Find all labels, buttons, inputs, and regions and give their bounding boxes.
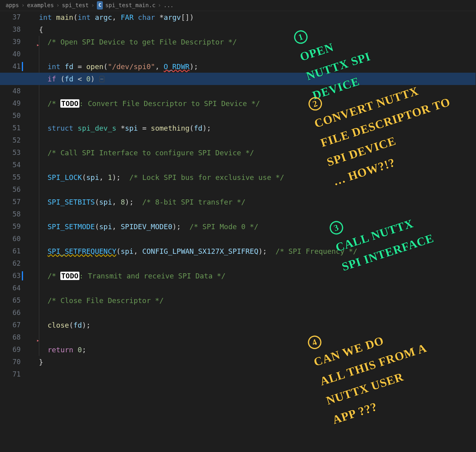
line-number[interactable]: 39 [0,36,21,48]
code-text [39,112,48,120]
line-number[interactable]: 70 [0,356,21,368]
line-number[interactable]: 71 [0,368,21,381]
code-editor[interactable]: 3738394041424849505152535455565758596061… [0,11,476,381]
chevron-right-icon: › [91,1,94,10]
code-text: int main(int argc, FAR char *argv[]) [39,13,194,21]
code-line[interactable]: /* TODO: Transmit and receive SPI Data *… [39,270,476,282]
line-number[interactable]: 52 [0,134,21,147]
breadcrumb[interactable]: apps › examples › spi_test › C spi_test_… [0,0,476,11]
code-line[interactable] [39,257,476,270]
line-number[interactable]: 37 [0,11,21,23]
code-line[interactable] [39,48,476,60]
line-number[interactable]: 61 [0,245,21,257]
code-line[interactable] [39,307,476,319]
code-area[interactable]: int main(int argc, FAR char *argv[]){▸ /… [36,11,476,381]
code-text: SPI_SETFREQUENCY(spi, CONFIG_LPWAN_SX127… [39,247,357,255]
code-text: SPI_SETMODE(spi, SPIDEV_MODE0); /* SPI M… [39,222,258,231]
code-line[interactable] [39,159,476,171]
line-number[interactable]: 67 [0,319,21,331]
breadcrumb-part[interactable]: spi_test [62,1,89,10]
breadcrumb-part[interactable]: examples [27,1,54,10]
code-text [39,235,48,243]
code-text: /* Open SPI Device to get File Descripto… [39,38,237,46]
code-text: SPI_LOCK(spi, 1); /* Lock SPI bus for ex… [39,173,284,182]
line-number[interactable]: 48 [0,85,21,97]
code-line[interactable]: /* Call SPI Interface to configure SPI D… [39,147,476,159]
code-text: } [39,358,43,366]
code-line[interactable]: ▸ /* Open SPI Device to get File Descrip… [39,36,476,48]
code-text: /* TODO: Transmit and receive SPI Data *… [39,272,225,280]
code-text: /* Call SPI Interface to configure SPI D… [39,149,254,157]
line-number[interactable]: 66 [0,307,21,319]
line-number[interactable]: 40 [0,48,21,60]
fold-column[interactable]: › [28,11,36,381]
code-line[interactable]: SPI_LOCK(spi, 1); /* Lock SPI bus for ex… [39,171,476,184]
line-number-gutter[interactable]: 3738394041424849505152535455565758596061… [0,11,28,381]
code-line[interactable] [39,208,476,220]
code-line[interactable]: return 0; [39,344,476,356]
line-number[interactable]: 50 [0,110,21,122]
code-line[interactable] [39,282,476,294]
code-text: close(fd); [39,321,91,329]
line-number[interactable]: 58 [0,208,21,220]
code-line[interactable]: SPI_SETMODE(spi, SPIDEV_MODE0); /* SPI M… [39,220,476,233]
line-number[interactable]: 53 [0,147,21,159]
code-text [39,284,48,292]
chevron-right-icon: › [56,1,60,10]
code-line[interactable]: if (fd < 0) ⋯ [0,73,476,85]
code-text: return 0; [39,346,86,354]
breadcrumb-file[interactable]: spi_test_main.c [105,1,155,10]
c-file-icon: C [97,1,103,9]
line-number[interactable]: 63 [0,270,21,282]
chevron-right-icon: › [21,1,25,10]
code-text [39,136,48,145]
line-number[interactable]: 69 [0,344,21,356]
code-text [39,309,48,317]
code-line[interactable] [39,85,476,97]
code-line[interactable]: SPI_SETFREQUENCY(spi, CONFIG_LPWAN_SX127… [39,245,476,257]
code-text: struct spi_dev_s *spi = something(fd); [39,124,211,132]
code-line[interactable]: { [39,23,476,36]
code-line[interactable]: int fd = open("/dev/spi0", O_RDWR); [39,60,476,73]
code-line[interactable] [39,110,476,122]
code-line[interactable]: close(fd); [39,319,476,331]
code-text: SPI_SETBITS(spi, 8); /* 8-bit SPI transf… [39,198,245,206]
code-text [39,185,48,194]
line-number[interactable]: 38 [0,23,21,36]
code-text [39,210,48,218]
line-number[interactable]: 41 [0,60,21,73]
breadcrumb-tail[interactable]: ... [164,1,173,10]
code-line[interactable]: /* Close File Descriptor */ [39,294,476,307]
line-number[interactable]: 62 [0,257,21,270]
code-line[interactable] [39,368,476,381]
code-line[interactable]: struct spi_dev_s *spi = something(fd); [39,122,476,134]
line-number[interactable]: 68 [0,331,21,344]
line-number[interactable]: 60 [0,233,21,245]
code-text [39,50,48,58]
line-number[interactable]: 49 [0,97,21,110]
line-number[interactable]: 56 [0,184,21,196]
code-line[interactable]: /* TODO: Convert File Descriptor to SPI … [39,97,476,110]
line-number[interactable]: 55 [0,171,21,184]
chevron-right-icon: › [158,1,161,10]
line-number[interactable]: 59 [0,220,21,233]
line-number[interactable]: 51 [0,122,21,134]
line-number[interactable]: 54 [0,159,21,171]
code-line[interactable] [39,134,476,147]
code-line[interactable]: } [39,356,476,368]
code-line[interactable] [39,184,476,196]
line-number[interactable]: 65 [0,294,21,307]
code-text: int fd = open("/dev/spi0", O_RDWR); [39,62,198,71]
code-text [39,333,48,342]
code-line[interactable]: int main(int argc, FAR char *argv[]) [39,11,476,23]
code-text: if (fd < 0) ⋯ [39,75,104,83]
code-text: /* Close File Descriptor */ [39,296,164,305]
line-number[interactable]: 64 [0,282,21,294]
code-line[interactable] [39,233,476,245]
code-line[interactable]: ▸ [39,331,476,344]
code-text: { [39,25,43,34]
code-line[interactable]: SPI_SETBITS(spi, 8); /* 8-bit SPI transf… [39,196,476,208]
line-number[interactable]: 57 [0,196,21,208]
breadcrumb-part[interactable]: apps [6,1,19,10]
code-text [39,161,48,169]
